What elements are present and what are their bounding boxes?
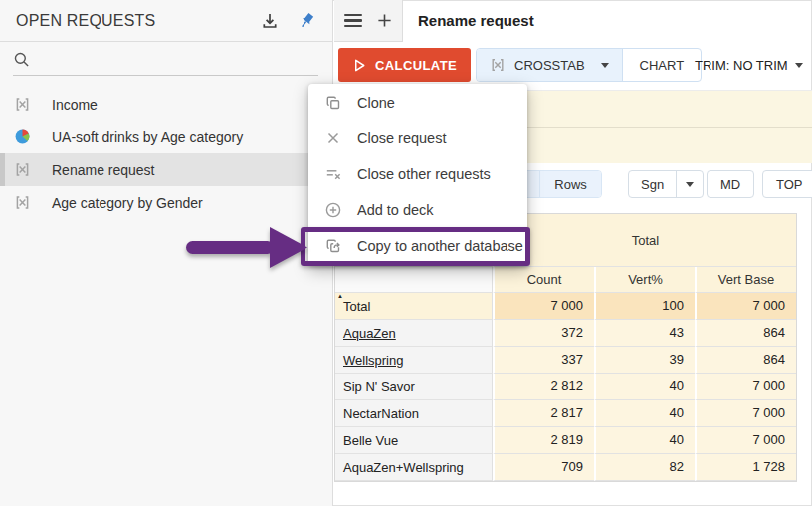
column-header[interactable]: Count xyxy=(493,267,594,293)
play-icon xyxy=(352,58,367,73)
view-switch: CROSSTAB CHART xyxy=(476,48,702,82)
table-stub-cell xyxy=(335,267,493,293)
table-row: Wellspring33739864 xyxy=(335,347,796,374)
page-title: Rename request xyxy=(418,0,534,42)
menu-item[interactable]: Close request xyxy=(308,121,527,156)
cell-value: 40 xyxy=(594,427,695,454)
menu-item-label: Close other requests xyxy=(357,166,491,182)
crosstab-icon xyxy=(14,161,31,178)
crosstab-icon xyxy=(14,96,31,113)
request-list: IncomeUA-soft drinks by Age categoryRena… xyxy=(0,88,332,219)
add-request-icon[interactable] xyxy=(377,13,392,28)
column-header[interactable]: Vert Base xyxy=(695,267,796,293)
cell-value: 40 xyxy=(594,374,695,400)
copy-arrow-icon xyxy=(324,237,342,255)
sidebar-search xyxy=(13,44,318,76)
sidebar-title: OPEN REQUESTS xyxy=(16,12,155,30)
cell-value: 82 xyxy=(594,454,695,481)
cell-value: 100 xyxy=(594,293,695,320)
context-menu: CloneClose requestClose other requestsAd… xyxy=(308,84,527,266)
close-icon xyxy=(324,129,342,147)
sidebar-item-label: Income xyxy=(52,97,98,113)
table-row: AquaZen37243864 xyxy=(335,320,796,347)
sgn-control: Sgn xyxy=(628,170,704,198)
row-label[interactable]: AquaZen+Wellspring xyxy=(335,454,493,481)
menu-item[interactable]: Add to deck xyxy=(308,192,527,228)
menu-item-label: Add to deck xyxy=(357,202,434,218)
row-label[interactable]: AquaZen xyxy=(335,320,493,347)
cell-value: 1 728 xyxy=(695,454,796,481)
sidebar-item[interactable]: UA-soft drinks by Age category xyxy=(0,121,332,153)
crosstab-icon xyxy=(490,57,506,73)
top-button[interactable]: TOP xyxy=(762,170,812,198)
crosstab-icon xyxy=(14,194,31,211)
table-column-header-row: CountVert%Vert Base xyxy=(335,267,796,293)
panel-controls xyxy=(334,0,403,42)
chevron-down-icon xyxy=(601,63,609,68)
chevron-down-icon xyxy=(795,63,803,68)
menu-item-label: Copy to another database xyxy=(357,238,523,254)
sidebar-item[interactable]: Age category by Gender xyxy=(0,186,332,219)
menu-item-label: Close request xyxy=(357,130,446,146)
cell-value: 709 xyxy=(493,454,594,481)
open-requests-panel: OPEN REQUESTS xyxy=(0,0,333,506)
search-input[interactable] xyxy=(40,52,318,68)
rows-button[interactable]: Rows xyxy=(540,171,601,197)
cell-value: 372 xyxy=(493,320,594,347)
table-row: NectarNation2 817407 000 xyxy=(335,400,796,427)
cell-value: 864 xyxy=(695,347,796,374)
pie-chart-icon xyxy=(14,128,31,145)
sidebar-item-label: Rename request xyxy=(52,162,155,178)
add-circle-icon xyxy=(324,201,342,219)
menu-item[interactable]: Copy to another database xyxy=(308,228,527,264)
cell-value: 7 000 xyxy=(695,427,796,454)
cell-value: 864 xyxy=(695,320,796,347)
sidebar-item[interactable]: Rename request xyxy=(0,153,332,186)
table-row: ▲Total7 0001007 000 xyxy=(335,293,796,320)
sidebar-item-label: Age category by Gender xyxy=(52,195,203,211)
cell-value: 39 xyxy=(594,347,695,374)
cell-value: 2 817 xyxy=(493,400,594,427)
app-window: OPEN REQUESTS xyxy=(0,0,812,506)
search-icon xyxy=(13,51,30,68)
cell-value: 2 819 xyxy=(493,427,594,454)
cell-value: 7 000 xyxy=(695,374,796,400)
download-icon[interactable] xyxy=(260,11,280,31)
cell-value: 7 000 xyxy=(695,400,796,427)
cell-value: 40 xyxy=(594,400,695,427)
trim-dropdown[interactable]: TRIM: NO TRIM xyxy=(695,48,803,82)
cell-value: 2 812 xyxy=(493,374,594,400)
pin-icon[interactable] xyxy=(297,11,316,31)
sidebar-item[interactable]: Income xyxy=(0,88,332,121)
cell-value: 7 000 xyxy=(493,293,594,320)
row-label[interactable]: ▲Total xyxy=(335,293,493,320)
menu-item[interactable]: Close other requests xyxy=(308,156,527,192)
row-label[interactable]: Sip N' Savor xyxy=(335,374,493,400)
menu-item-label: Clone xyxy=(357,95,395,111)
menu-item[interactable]: Clone xyxy=(308,85,527,121)
column-header[interactable]: Vert% xyxy=(594,267,695,293)
sgn-button[interactable]: Sgn xyxy=(629,171,676,197)
row-label[interactable]: Belle Vue xyxy=(335,427,493,454)
table-row: Sip N' Savor2 812407 000 xyxy=(335,374,796,400)
sidebar-header: OPEN REQUESTS xyxy=(0,0,332,42)
sort-indicator-icon: ▲ xyxy=(337,293,343,300)
close-other-icon xyxy=(324,165,342,183)
row-label[interactable]: NectarNation xyxy=(335,400,493,427)
menu-icon[interactable] xyxy=(344,14,362,28)
chevron-down-icon xyxy=(686,182,694,187)
chart-view-button[interactable]: CHART xyxy=(623,49,702,81)
crosstab-view-button[interactable]: CROSSTAB xyxy=(477,49,622,81)
cell-value: 337 xyxy=(493,347,594,374)
clone-icon xyxy=(324,94,342,112)
cell-value: 43 xyxy=(594,320,695,347)
calculate-button[interactable]: CALCULATE xyxy=(338,48,471,82)
group-header-cell[interactable]: Total xyxy=(493,214,796,267)
table-row: Belle Vue2 819407 000 xyxy=(335,427,796,454)
table-row: AquaZen+Wellspring709821 728 xyxy=(335,454,796,481)
md-button[interactable]: MD xyxy=(707,170,754,198)
cell-value: 7 000 xyxy=(695,293,796,320)
sidebar-item-label: UA-soft drinks by Age category xyxy=(52,129,243,145)
row-label[interactable]: Wellspring xyxy=(335,347,493,374)
sgn-dropdown[interactable] xyxy=(677,171,703,197)
